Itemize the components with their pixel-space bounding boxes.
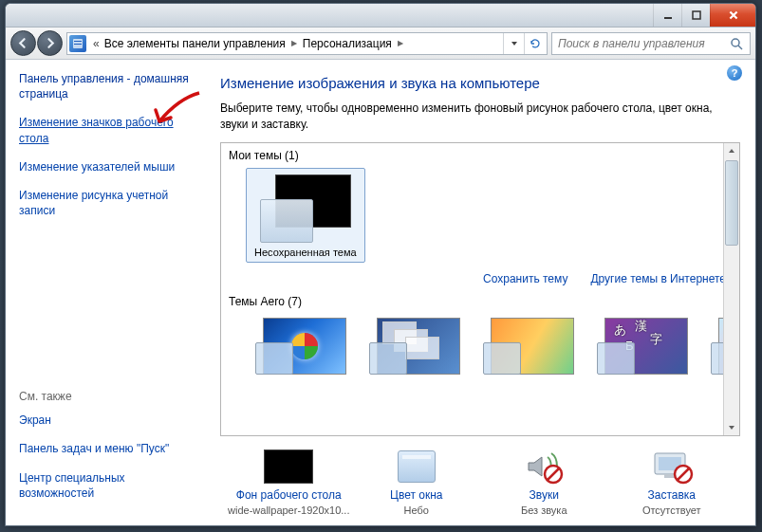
search-box[interactable] [551,32,751,55]
breadcrumb-overflow[interactable]: « [90,37,102,50]
minimize-button[interactable] [653,4,681,27]
control-panel-icon [69,35,86,52]
help-button[interactable]: ? [727,65,742,81]
screensaver-panel[interactable]: Заставка Отсутствует [611,448,734,516]
theme-name: Несохраненная тема [254,247,357,258]
desktop-bg-icon [262,448,315,486]
desktop-bg-value: wide-wallpaper-1920x10... [228,504,349,516]
sounds-value: Без звука [521,504,567,516]
main-panel: ? Изменение изображения и звука на компь… [213,60,755,525]
svg-point-5 [732,39,739,46]
account-picture-link[interactable]: Изменение рисунка учетной записи [19,188,199,218]
scrollbar-track[interactable] [724,247,739,419]
themes-panel: Мои темы (1) Несохраненная тема Сохранит… [220,142,740,436]
page-subtitle: Выберите тему, чтобы одновременно измени… [220,101,740,133]
window-color-panel[interactable]: Цвет окна Небо [356,448,478,516]
maximize-button[interactable] [681,4,710,27]
scrollbar-thumb[interactable] [725,160,738,246]
aero-themes-row: あ 漢 字 Б [229,314,732,375]
ease-of-access-link[interactable]: Центр специальных возможностей [19,470,199,501]
svg-rect-3 [74,41,82,42]
sidebar: Панель управления - домашняя страница Из… [6,60,213,525]
svg-rect-1 [693,11,700,19]
dropdown-button[interactable] [503,33,524,54]
aero-theme-tile[interactable] [369,314,460,375]
close-button[interactable] [710,4,755,27]
sounds-icon [517,448,570,486]
chevron-right-icon: ▶ [394,39,407,47]
back-button[interactable] [10,30,36,56]
chevron-right-icon: ▶ [288,39,301,47]
desktop-icons-link[interactable]: Изменение значков рабочего стола [19,115,199,145]
taskbar-link[interactable]: Панель задач и меню "Пуск" [19,441,199,456]
screensaver-icon [645,448,698,486]
window-color-value: Небо [404,504,429,516]
address-bar[interactable]: « Все элементы панели управления ▶ Персо… [66,32,548,55]
refresh-button[interactable] [524,33,545,54]
window-color-link[interactable]: Цвет окна [390,488,442,502]
aero-theme-tile[interactable]: あ 漢 字 Б [597,314,688,375]
window-color-icon [390,448,443,486]
more-themes-link[interactable]: Другие темы в Интернете [590,272,726,285]
theme-thumbnail [260,174,351,243]
search-input[interactable] [558,37,729,50]
theme-tile-unsaved[interactable]: Несохраненная тема [246,168,365,263]
svg-rect-4 [74,44,82,45]
display-link[interactable]: Экран [19,413,199,428]
aero-theme-tile[interactable] [255,314,346,375]
content-area: Панель управления - домашняя страница Из… [6,60,755,525]
vertical-scrollbar[interactable] [723,143,739,435]
bottom-settings-row: Фон рабочего стола wide-wallpaper-1920x1… [220,436,740,518]
breadcrumb-item[interactable]: Все элементы панели управления [102,37,288,50]
titlebar [6,4,755,28]
forward-button[interactable] [37,30,63,56]
save-theme-link[interactable]: Сохранить тему [483,272,567,285]
control-panel-home-link[interactable]: Панель управления - домашняя страница [19,71,199,101]
see-also-label: См. также [19,390,199,403]
my-themes-label: Мои темы (1) [229,149,732,162]
desktop-bg-link[interactable]: Фон рабочего стола [236,488,342,502]
screensaver-link[interactable]: Заставка [647,488,696,502]
personalization-window: « Все элементы панели управления ▶ Персо… [5,3,756,526]
search-icon [729,36,744,51]
svg-rect-0 [664,17,672,19]
page-title: Изменение изображения и звука на компьют… [220,75,740,91]
breadcrumb-item[interactable]: Персонализация [301,37,394,50]
aero-theme-tile[interactable] [483,314,574,375]
screensaver-value: Отсутствует [642,504,701,516]
scroll-up-button[interactable] [724,143,739,159]
navigation-bar: « Все элементы панели управления ▶ Персо… [6,28,755,60]
aero-themes-label: Темы Aero (7) [229,295,732,308]
scroll-down-button[interactable] [724,419,739,435]
sounds-panel[interactable]: Звуки Без звука [483,448,605,516]
mouse-pointers-link[interactable]: Изменение указателей мыши [19,159,199,174]
sounds-link[interactable]: Звуки [530,488,559,502]
desktop-background-panel[interactable]: Фон рабочего стола wide-wallpaper-1920x1… [228,448,350,516]
